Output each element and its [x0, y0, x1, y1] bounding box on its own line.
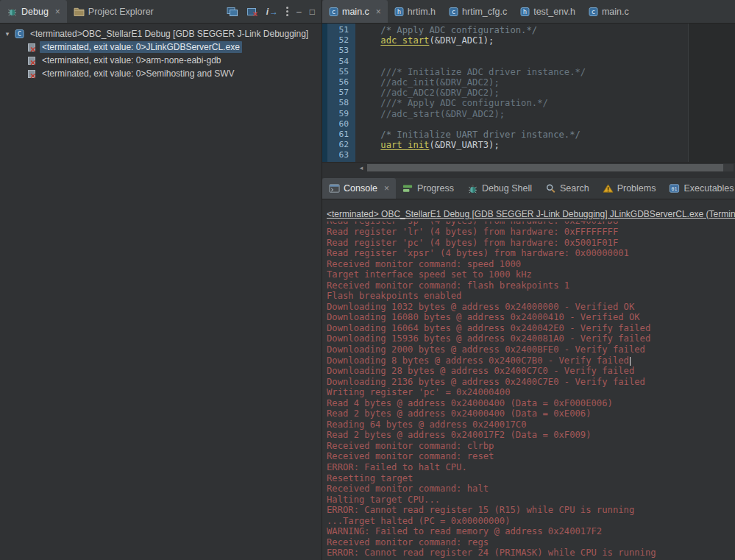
- console-tab-search[interactable]: Search: [539, 178, 596, 199]
- console-line: Halting target CPU...: [327, 495, 735, 506]
- code-line[interactable]: 63: [322, 150, 735, 160]
- left-tabs: Debug×Project Explorer: [0, 0, 160, 23]
- console-log: Read register 'sp' (4 bytes) from hardwa…: [327, 221, 735, 559]
- view-menu-icon[interactable]: [286, 7, 288, 16]
- line-number[interactable]: 62: [322, 140, 355, 150]
- console-output[interactable]: <terminated> OBC_StellarE1 Debug [GDB SE…: [322, 199, 735, 560]
- svg-text:01: 01: [672, 186, 678, 192]
- code-editor[interactable]: 51 /* Apply ADC configuration.*/52 adc_s…: [322, 24, 735, 162]
- code-line[interactable]: 62 uart_init(&DRV_UART3);: [322, 140, 735, 150]
- horizontal-sash[interactable]: [322, 173, 735, 178]
- console-view: Console×ProgressDebug ShellSearchProblem…: [322, 178, 735, 560]
- code-line[interactable]: 54: [322, 57, 735, 67]
- console-line: Read register 'xpsr' (4 bytes) from hard…: [327, 248, 735, 259]
- tree-row-process[interactable]: <terminated, exit value: 0>JLinkGDBServe…: [0, 40, 322, 54]
- editor-horizontal-scrollbar[interactable]: ◂: [322, 162, 735, 173]
- code-line[interactable]: 61 /* Initialize UART driver instance.*/: [322, 130, 735, 140]
- code-line[interactable]: 57 //adc_ADC2(&DRV_ADC2);: [322, 88, 735, 98]
- code-text: adc_start(&DRV_ADC1);: [355, 35, 494, 46]
- editor-tab-hrtim-cfg-c[interactable]: chrtim_cfg.c: [442, 0, 514, 23]
- console-tab-progress[interactable]: Progress: [396, 178, 461, 199]
- code-text: [355, 57, 359, 67]
- console-line: Received monitor command: halt: [327, 483, 735, 495]
- code-line[interactable]: 58 ///* Apply ADC configuration.*/: [322, 98, 735, 108]
- line-number[interactable]: 53: [322, 46, 355, 56]
- close-icon[interactable]: ×: [55, 7, 60, 16]
- console-tab-console[interactable]: Console×: [322, 178, 396, 199]
- code-line[interactable]: 51 /* Apply ADC configuration.*/: [322, 25, 735, 35]
- open-console-icon[interactable]: [227, 7, 238, 17]
- terminated-process-icon: [27, 56, 36, 65]
- code-line[interactable]: 53: [322, 46, 735, 56]
- instruction-stepping-icon[interactable]: i→: [266, 7, 278, 17]
- line-number[interactable]: 60: [322, 119, 355, 130]
- tab-label: Project Explorer: [88, 7, 154, 17]
- console-line: Received monitor command: flash breakpoi…: [327, 280, 735, 291]
- executables-icon: 01: [669, 183, 680, 194]
- svg-text:c: c: [452, 8, 455, 15]
- debug-view-panel: Debug×Project Explorer i→ – □ ▾ C <termi…: [0, 0, 322, 560]
- code-line[interactable]: 60: [322, 119, 735, 130]
- editor-tab-main-c[interactable]: cmain.c: [582, 0, 636, 23]
- code-line[interactable]: 55 ///* Initialize ADC driver instance.*…: [322, 67, 735, 77]
- code-token-comment2: //adc_init(&DRV_ADC2);: [359, 77, 500, 88]
- console-icon: [329, 183, 340, 194]
- tree-row-launch[interactable]: ▾ C <terminated>OBC_StellarE1 Debug [GDB…: [0, 27, 322, 40]
- code-line[interactable]: 52 adc_start(&DRV_ADC1);: [322, 35, 735, 46]
- hscroll-thumb[interactable]: [367, 164, 723, 171]
- debug-view-toolbar: i→ – □: [227, 0, 322, 23]
- console-line: Target interface speed set to 1000 kHz: [327, 269, 735, 280]
- tab-label: Executables: [683, 183, 734, 194]
- code-text: ///* Apply ADC configuration.*/: [355, 98, 548, 108]
- editor-area: cmain.c×hhrtim.hchrtim_cfg.chtest_env.hc…: [322, 0, 735, 173]
- console-tabbar: Console×ProgressDebug ShellSearchProblem…: [322, 178, 735, 199]
- line-number[interactable]: 54: [322, 57, 355, 67]
- code-line[interactable]: 56 //adc_init(&DRV_ADC2);: [322, 77, 735, 88]
- problems-icon: [603, 183, 614, 194]
- arrow-right-icon: →: [269, 7, 278, 17]
- chevron-down-icon[interactable]: ▾: [4, 30, 11, 38]
- line-number[interactable]: 51: [322, 25, 355, 35]
- line-number[interactable]: 58: [322, 98, 355, 108]
- file-h-icon: h: [520, 7, 530, 17]
- close-icon[interactable]: ×: [376, 7, 381, 16]
- console-line: Received monitor command: reset: [327, 451, 735, 462]
- console-line: Downloading 28 bytes @ address 0x2400C7C…: [327, 366, 735, 377]
- line-number[interactable]: 56: [322, 77, 355, 88]
- console-line: Reading 64 bytes @ address 0x240017C0: [327, 419, 735, 430]
- scroll-left-icon[interactable]: ◂: [355, 164, 367, 171]
- line-number[interactable]: 52: [322, 35, 355, 46]
- console-line: ERROR: Cannot read register 15 (R15) whi…: [327, 505, 735, 516]
- editor-tab-test-env-h[interactable]: htest_env.h: [514, 0, 582, 23]
- console-line: Downloading 1032 bytes @ address 0x24000…: [327, 302, 735, 313]
- code-text: //adc_start(&DRV_ADC2);: [355, 109, 505, 119]
- code-token-plain: (&DRV_UART3);: [429, 140, 499, 150]
- console-tab-executables[interactable]: 01Executables: [662, 178, 735, 199]
- tree-row-process[interactable]: <terminated, exit value: 0>Semihosting a…: [0, 67, 322, 80]
- editor-tab-main-c[interactable]: cmain.c×: [322, 0, 388, 23]
- line-number[interactable]: 57: [322, 88, 355, 98]
- tree-row-process[interactable]: <terminated, exit value: 0>arm-none-eabi…: [0, 54, 322, 67]
- hscroll-track[interactable]: [367, 164, 734, 171]
- bug-icon: [467, 183, 478, 194]
- line-number[interactable]: 55: [322, 67, 355, 77]
- code-line[interactable]: 59 //adc_start(&DRV_ADC2);: [322, 109, 735, 119]
- console-line: Read 2 bytes @ address 0x24000400 (Data …: [327, 408, 735, 419]
- minimize-icon[interactable]: –: [297, 7, 302, 17]
- console-tab-problems[interactable]: Problems: [596, 178, 663, 199]
- line-number[interactable]: 59: [322, 109, 355, 119]
- console-line: Received monitor command: clrbp: [327, 441, 735, 452]
- bug-icon: [7, 6, 18, 17]
- console-tab-debug-shell[interactable]: Debug Shell: [461, 178, 539, 199]
- code-text: //adc_init(&DRV_ADC2);: [355, 77, 500, 88]
- maximize-icon[interactable]: □: [310, 7, 315, 17]
- editor-tab-hrtim-h[interactable]: hhrtim.h: [388, 0, 442, 23]
- remove-terminated-icon[interactable]: [246, 7, 258, 17]
- view-tab-project-explorer[interactable]: Project Explorer: [67, 0, 160, 23]
- progress-icon: [402, 183, 413, 194]
- line-number[interactable]: 61: [322, 130, 355, 140]
- console-line: Downloading 16064 bytes @ address 0x2400…: [327, 323, 735, 334]
- close-icon[interactable]: ×: [384, 184, 389, 193]
- view-tab-debug[interactable]: Debug×: [0, 0, 67, 23]
- line-number[interactable]: 63: [322, 150, 355, 160]
